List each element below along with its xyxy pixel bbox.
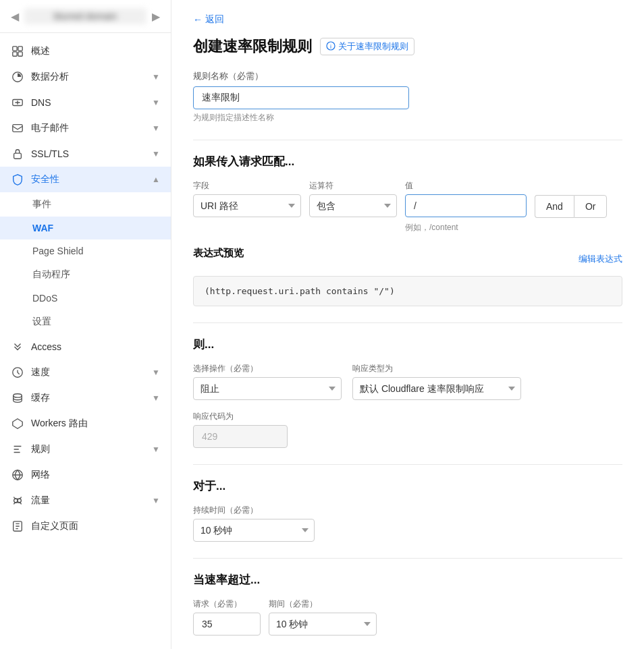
waf-label: WAF: [32, 223, 160, 233]
speed-label: 速度: [31, 366, 145, 378]
main-content: ← 返回 创建速率限制规则 i 关于速率限制规则 规则名称（必需） 为规则指定描…: [171, 0, 644, 649]
svg-point-8: [14, 394, 22, 397]
expression-heading: 表达式预览: [193, 247, 244, 260]
edit-expression-link[interactable]: 编辑表达式: [579, 253, 622, 265]
custom-pages-icon: [11, 519, 24, 533]
operator-select[interactable]: 包含 等于 不包含 匹配: [309, 194, 397, 217]
grid-icon: [11, 45, 24, 58]
duration-select[interactable]: 10 秒钟 30 秒钟 1 分钟 5 分钟 10 分钟 1 小时 1 天: [193, 519, 315, 542]
chart-icon: [11, 70, 24, 84]
sidebar-item-ddos[interactable]: DDoS: [0, 287, 171, 310]
resp-type-select[interactable]: 默认 Cloudflare 速率限制响应 自定义响应: [352, 377, 521, 400]
cache-icon: [11, 391, 24, 405]
duration-label: 持续时间（必需）: [193, 505, 622, 516]
sidebar-item-bot[interactable]: 自动程序: [0, 262, 171, 287]
svg-rect-1: [18, 47, 22, 51]
rules-arrow: ▼: [152, 445, 160, 454]
sidebar-item-security[interactable]: 安全性 ▲: [0, 167, 171, 192]
then-section: 则... 选择操作（必需） 阻止 挑战 记录 跳过 响应类型为 默认 Cloud…: [193, 337, 622, 448]
svg-marker-9: [13, 419, 22, 428]
sidebar-item-dns[interactable]: DNS ▼: [0, 90, 171, 115]
then-heading: 则...: [193, 337, 622, 352]
custom-pages-label: 自定义页面: [31, 520, 160, 532]
expression-section: 表达式预览 编辑表达式 (http.request.uri.path conta…: [193, 247, 622, 306]
sidebar-item-events[interactable]: 事件: [0, 192, 171, 217]
security-label: 安全性: [31, 173, 145, 186]
sidebar: ◀ blurred domain ▶ 概述 数据分析 ▼ DNS ▼: [0, 0, 171, 649]
bot-label: 自动程序: [32, 269, 160, 281]
network-icon: [11, 468, 24, 482]
forward-nav-button[interactable]: ▶: [152, 10, 160, 23]
back-nav-button[interactable]: ◀: [11, 10, 19, 23]
sidebar-item-traffic[interactable]: 流量 ▼: [0, 488, 171, 513]
rule-name-input[interactable]: [193, 86, 409, 109]
and-button[interactable]: And: [535, 195, 574, 218]
sidebar-item-page-shield[interactable]: Page Shield: [0, 239, 171, 262]
sidebar-item-network[interactable]: 网络: [0, 462, 171, 488]
rule-name-label: 规则名称（必需）: [193, 70, 622, 82]
email-icon: [11, 121, 24, 135]
rate-heading: 当速率超过...: [193, 572, 622, 588]
traffic-icon: [11, 494, 24, 507]
sidebar-item-speed[interactable]: 速度 ▼: [0, 360, 171, 385]
domain-title: blurred domain: [24, 8, 146, 24]
page-title: 创建速率限制规则: [193, 36, 312, 57]
action-select[interactable]: 阻止 挑战 记录 跳过: [193, 377, 342, 400]
and-or-group: And Or: [535, 195, 607, 218]
sidebar-item-workers[interactable]: Workers 路由: [0, 411, 171, 436]
or-button[interactable]: Or: [574, 195, 608, 218]
svg-rect-7: [14, 153, 22, 159]
sidebar-item-waf[interactable]: WAF: [0, 217, 171, 239]
resp-code-label: 响应代码为: [193, 411, 288, 422]
email-label: 电子邮件: [31, 122, 145, 134]
traffic-arrow: ▼: [152, 496, 160, 505]
sidebar-item-data-analysis[interactable]: 数据分析 ▼: [0, 64, 171, 90]
rate-row: 请求（必需） 期间（必需） 10 秒钟 30 秒钟 1 分钟 5 分钟 10 分…: [193, 598, 622, 636]
operator-label: 运算符: [309, 180, 397, 192]
sidebar-item-email[interactable]: 电子邮件 ▼: [0, 115, 171, 141]
resp-code-col: 响应代码为: [193, 411, 288, 448]
field-label: 字段: [193, 180, 301, 192]
sidebar-item-overview[interactable]: 概述: [0, 38, 171, 64]
operator-col: 运算符 包含 等于 不包含 匹配: [309, 180, 397, 217]
divider-2: [193, 322, 622, 323]
back-link-label: 返回: [205, 13, 224, 26]
lock-icon: [11, 147, 24, 161]
requests-input[interactable]: [193, 613, 261, 636]
rules-icon: [11, 443, 24, 456]
help-link[interactable]: i 关于速率限制规则: [320, 38, 414, 55]
field-select[interactable]: URI 路径 URI 主机 IP 地址 HTTP 方法: [193, 194, 301, 217]
workers-label: Workers 路由: [31, 418, 160, 430]
sidebar-item-settings[interactable]: 设置: [0, 310, 171, 334]
events-label: 事件: [32, 198, 160, 210]
svg-rect-0: [13, 47, 17, 51]
rule-name-hint: 为规则指定描述性名称: [193, 112, 622, 123]
period-select[interactable]: 10 秒钟 30 秒钟 1 分钟 5 分钟 10 分钟: [269, 613, 377, 636]
svg-point-11: [14, 499, 18, 502]
divider-4: [193, 558, 622, 559]
sidebar-item-access[interactable]: Access: [0, 334, 171, 360]
sidebar-item-custom-pages[interactable]: 自定义页面: [0, 513, 171, 539]
cache-label: 缓存: [31, 392, 145, 404]
rules-label: 规则: [31, 443, 145, 455]
rule-row: 选择操作（必需） 阻止 挑战 记录 跳过 响应类型为 默认 Cloudflare…: [193, 363, 622, 448]
sidebar-item-cache[interactable]: 缓存 ▼: [0, 385, 171, 411]
sidebar-navigation: 概述 数据分析 ▼ DNS ▼ 电子邮件 ▼: [0, 33, 171, 649]
value-input[interactable]: [405, 194, 527, 217]
rate-section: 当速率超过... 请求（必需） 期间（必需） 10 秒钟 30 秒钟 1 分钟 …: [193, 572, 622, 636]
sidebar-item-rules[interactable]: 规则 ▼: [0, 436, 171, 462]
overview-label: 概述: [31, 45, 160, 57]
info-icon: i: [326, 41, 336, 53]
data-analysis-arrow: ▼: [152, 72, 160, 82]
period-label: 期间（必需）: [269, 598, 377, 610]
page-shield-label: Page Shield: [32, 246, 160, 256]
resp-code-input: [193, 425, 288, 448]
rule-name-section: 规则名称（必需） 为规则指定描述性名称: [193, 70, 622, 123]
value-label: 值: [405, 180, 527, 192]
divider-1: [193, 140, 622, 140]
back-link[interactable]: ← 返回: [193, 13, 622, 26]
value-col: 值 例如，/content: [405, 180, 527, 233]
expression-header: 表达式预览 编辑表达式: [193, 247, 622, 271]
sidebar-item-ssl[interactable]: SSL/TLS ▼: [0, 141, 171, 167]
filter-row: 字段 URI 路径 URI 主机 IP 地址 HTTP 方法 运算符 包含 等于…: [193, 180, 622, 233]
